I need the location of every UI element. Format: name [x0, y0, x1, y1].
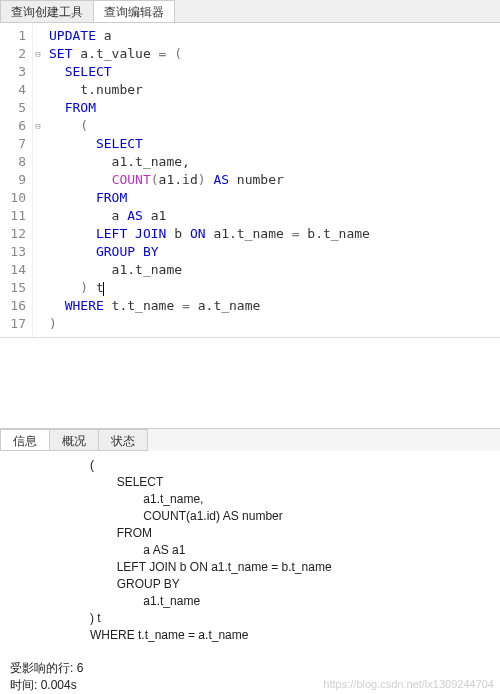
elapsed-time-label: 时间:: [10, 678, 37, 692]
result-tab-info[interactable]: 信息: [0, 429, 50, 451]
result-tab-status[interactable]: 状态: [98, 429, 148, 451]
tab-query-editor[interactable]: 查询编辑器: [93, 0, 175, 22]
affected-rows-label: 受影响的行:: [10, 661, 73, 675]
result-tab-profile[interactable]: 概况: [49, 429, 99, 451]
editor-tab-bar: 查询创建工具 查询编辑器: [0, 0, 500, 23]
line-number-gutter: 1234567891011121314151617: [0, 23, 33, 337]
fold-gutter: ⊟⊟: [33, 23, 43, 337]
editor-empty-space: [0, 338, 500, 428]
elapsed-time-value: 0.004s: [41, 678, 77, 692]
code-area[interactable]: UPDATE aSET a.t_value = ( SELECT t.numbe…: [43, 23, 500, 337]
tab-query-builder[interactable]: 查询创建工具: [0, 0, 94, 22]
sql-editor[interactable]: 1234567891011121314151617 ⊟⊟ UPDATE aSET…: [0, 23, 500, 338]
affected-rows-value: 6: [77, 661, 84, 675]
result-message-body: ( SELECT a1.t_name, COUNT(a1.id) AS numb…: [0, 451, 500, 654]
watermark: https://blog.csdn.net/lx1309244704: [323, 678, 494, 690]
result-tab-bar: 信息 概况 状态: [0, 428, 500, 451]
